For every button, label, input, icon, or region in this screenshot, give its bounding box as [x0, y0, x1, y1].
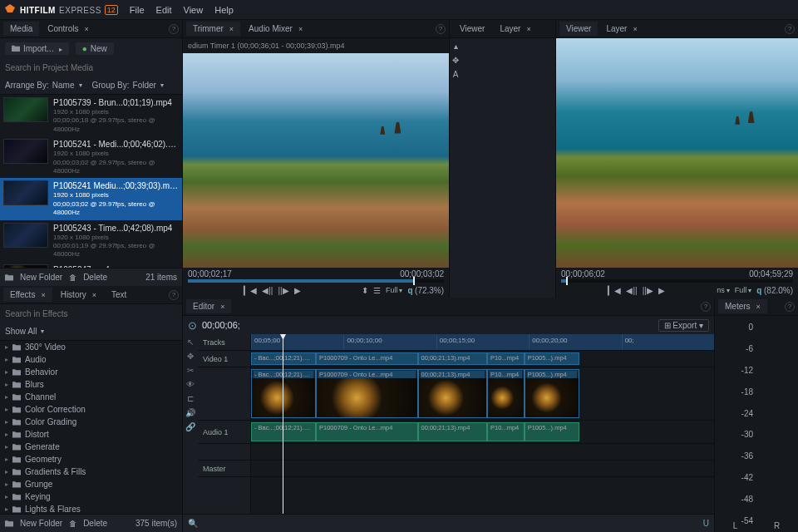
ruler-tick[interactable]: 00;00;15;00	[436, 334, 529, 350]
tab-controls[interactable]: Controls×	[41, 22, 96, 36]
master-track[interactable]	[251, 461, 714, 477]
trimmer-viewport[interactable]	[183, 53, 449, 268]
clip[interactable]: P1000709 - Onto Le...mp4	[316, 369, 418, 418]
media-item[interactable]: P1005739 - Brun...0;01;19).mp41920 x 108…	[0, 95, 182, 136]
prev-frame-button[interactable]: ▎◀	[608, 286, 621, 295]
effects-category[interactable]: Gradients & Fills	[0, 466, 182, 478]
new-folder-button[interactable]: New Folder	[20, 519, 62, 528]
full-select[interactable]: Full	[386, 286, 403, 294]
menu-file[interactable]: File	[130, 5, 145, 15]
delete-button[interactable]: Delete	[83, 519, 107, 528]
delete-button[interactable]: Delete	[83, 273, 107, 282]
effects-category[interactable]: Audio	[0, 353, 182, 366]
arrange-select[interactable]: Name	[52, 81, 82, 90]
full-select[interactable]: Full	[735, 286, 752, 294]
audio-track-label[interactable]: Audio 1	[198, 421, 250, 444]
clip[interactable]: P10...mp4	[487, 369, 525, 418]
viewer-viewport[interactable]	[556, 38, 798, 268]
video-track[interactable]: - Bac...;00;12;21).mp4P1000709 - Onto Le…	[251, 351, 714, 367]
clip[interactable]: 00;00;21;13).mp4	[418, 422, 488, 441]
effects-category[interactable]: Blurs	[0, 378, 182, 391]
tool-hand-icon[interactable]: ✥	[187, 352, 194, 361]
tab-trimmer[interactable]: Trimmer×	[186, 22, 240, 36]
help-icon[interactable]: ?	[169, 24, 179, 34]
tool-eye-icon[interactable]: 👁	[186, 380, 195, 389]
trimmer-scrubber[interactable]	[188, 279, 444, 283]
effects-search-input[interactable]	[5, 309, 177, 318]
tab-audio-mixer[interactable]: Audio Mixer×	[242, 22, 309, 36]
tool-hand-icon[interactable]: ✥	[452, 56, 459, 65]
menu-help[interactable]: Help	[214, 5, 234, 15]
magnet-icon[interactable]: U	[703, 519, 709, 528]
zoom-value[interactable]: q (72.3%)	[407, 286, 444, 295]
show-all-select[interactable]: Show All	[5, 327, 44, 336]
effects-list[interactable]: 360° VideoAudioBehaviorBlursChannelColor…	[0, 341, 182, 514]
search-icon[interactable]: 🔍	[188, 519, 198, 528]
media-search-input[interactable]	[5, 63, 177, 72]
tab-text[interactable]: Text	[105, 288, 133, 302]
tab-media[interactable]: Media	[3, 22, 39, 36]
master-label[interactable]: Master	[198, 461, 250, 477]
viewer-scrubber[interactable]	[561, 279, 793, 283]
help-icon[interactable]: ?	[169, 290, 179, 300]
effects-category[interactable]: Color Correction	[0, 403, 182, 416]
effects-category[interactable]: Distort	[0, 428, 182, 441]
play-back-button[interactable]: ◀||	[262, 286, 273, 295]
tool-slice-icon[interactable]: ✂	[187, 366, 194, 375]
clip[interactable]: P1005...).mp4	[525, 369, 580, 418]
help-icon[interactable]: ?	[701, 302, 711, 312]
options-select[interactable]: ns	[717, 286, 730, 294]
export-button[interactable]: ⊞ Export ▾	[658, 319, 709, 332]
playhead[interactable]	[283, 334, 283, 514]
menu-view[interactable]: View	[184, 5, 204, 15]
tool-select-icon[interactable]: ↖	[187, 337, 194, 347]
ruler-tick[interactable]: 00;	[622, 334, 714, 350]
effects-category[interactable]: Grunge	[0, 478, 182, 490]
tool-audio-icon[interactable]: 🔊	[185, 408, 195, 417]
tab-viewer-active[interactable]: Viewer	[559, 22, 598, 36]
effects-category[interactable]: Color Grading	[0, 416, 182, 428]
video-track-label[interactable]: Video 1	[198, 351, 250, 367]
timeline-ruler[interactable]: 00;05;0000;00;10;0000;00;15;0000;00;20;0…	[251, 334, 714, 351]
help-icon[interactable]: ?	[436, 24, 446, 34]
effects-category[interactable]: Keying	[0, 490, 182, 503]
play-back-button[interactable]: ◀||	[626, 286, 637, 295]
ruler-tick[interactable]: 00;00;20;00	[529, 334, 621, 350]
tool-snap-icon[interactable]: ⊏	[187, 394, 194, 403]
audio-track[interactable]: - Bac...;00;12;21).mp4P1000709 - Onto Le…	[251, 421, 714, 444]
effects-category[interactable]: Geometry	[0, 453, 182, 466]
effects-category[interactable]: Lights & Flares	[0, 503, 182, 514]
media-item[interactable]: P1005241 Mediu...;00;39;03).mp41920 x 10…	[0, 178, 182, 219]
menu-edit[interactable]: Edit	[156, 5, 172, 15]
ruler-tick[interactable]: 00;05;00	[251, 334, 343, 350]
clip[interactable]: 00;00;21;13).mp4	[418, 352, 488, 365]
zoom-value[interactable]: q (82.0%)	[756, 286, 793, 295]
tool-text-icon[interactable]: A	[453, 70, 459, 79]
import-button[interactable]: Import...	[5, 42, 69, 55]
clip[interactable]: P10...mp4	[487, 422, 525, 441]
clip[interactable]: P1000709 - Onto Le...mp4	[316, 422, 418, 441]
video-thumb-track[interactable]: - Bac...;00;12;21).mp4P1000709 - Onto Le…	[251, 367, 714, 421]
clip[interactable]: 00;00;21;13).mp4	[418, 369, 488, 418]
prev-frame-button[interactable]: ▎◀	[244, 286, 257, 295]
new-button[interactable]: ●New	[76, 42, 114, 55]
media-item[interactable]: P1005247.mp41920 x 1080 pixels00;00;06;0…	[0, 262, 182, 268]
clip[interactable]: P1005...).mp4	[525, 352, 580, 365]
tab-meters[interactable]: Meters×	[718, 299, 767, 313]
effects-category[interactable]: Behavior	[0, 366, 182, 378]
editor-timecode[interactable]: 00;00;06;	[202, 320, 240, 330]
ruler-tick[interactable]: 00;00;10;00	[343, 334, 436, 350]
tab-effects[interactable]: Effects×	[3, 288, 52, 302]
next-frame-button[interactable]: ▶	[658, 286, 665, 295]
insert-icon[interactable]: ⬍	[362, 286, 368, 295]
play-forward-button[interactable]: ||▶	[278, 286, 288, 295]
clip[interactable]: P1005...).mp4	[525, 422, 580, 441]
tab-history[interactable]: History×	[54, 288, 103, 302]
media-list[interactable]: P1005739 - Brun...0;01;19).mp41920 x 108…	[0, 95, 182, 268]
overwrite-icon[interactable]: ☰	[373, 286, 381, 295]
effects-category[interactable]: 360° Video	[0, 341, 182, 353]
tab-layer[interactable]: Layer×	[599, 22, 643, 36]
tab-layer[interactable]: Layer×	[493, 22, 537, 36]
group-select[interactable]: Folder	[133, 81, 164, 90]
next-frame-button[interactable]: ▶	[294, 286, 301, 295]
